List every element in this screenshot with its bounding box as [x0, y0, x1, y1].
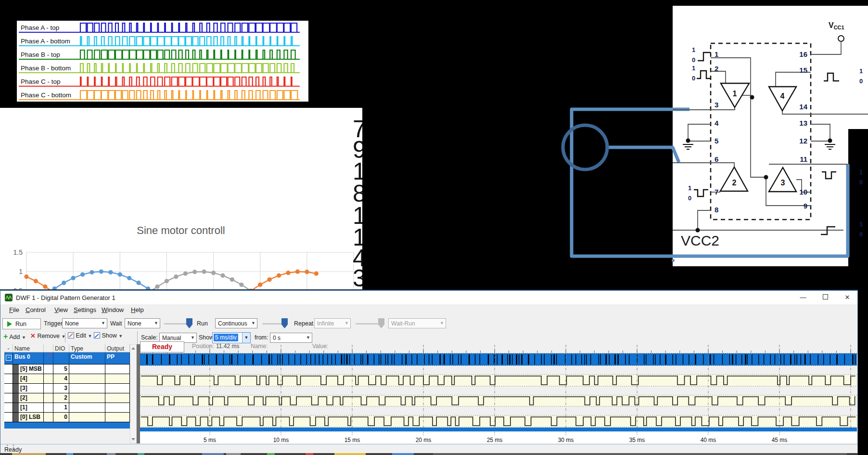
- resize-grip[interactable]: ⋮⋮: [4, 446, 9, 451]
- svg-text:1: 1: [19, 268, 23, 275]
- value-label: Value:: [312, 343, 328, 350]
- pwm-waveform-panel: Phase A - topPhase A - bottomPhase B - t…: [17, 21, 308, 102]
- taskbar-color-segment: [334, 453, 366, 455]
- svg-text:0: 0: [859, 179, 863, 186]
- show-button[interactable]: Show ▼: [94, 332, 123, 343]
- indent-block: [13, 364, 19, 374]
- menu-bar: File Control View Settings Window Help: [0, 304, 857, 316]
- circuit-diagram: 142312345678161514131211109VCC1VCC210101…: [553, 0, 868, 270]
- pwm-row-label: Phase B - top: [21, 51, 60, 58]
- clipped-digit: 8: [353, 182, 362, 205]
- svg-text:1.5: 1.5: [13, 248, 23, 256]
- svg-text:1: 1: [859, 221, 863, 228]
- svg-text:1: 1: [859, 67, 863, 75]
- chevron-down-icon: ▼: [191, 335, 195, 340]
- maximize-button[interactable]: [815, 291, 836, 304]
- run-mode-select[interactable]: Continuous▼: [215, 318, 257, 328]
- menu-control[interactable]: Control: [26, 306, 46, 313]
- svg-text:0: 0: [692, 75, 695, 82]
- minimize-button[interactable]: —: [792, 291, 814, 304]
- chevron-down-icon: ▼: [118, 334, 123, 338]
- wait-slider-handle[interactable]: [186, 318, 192, 328]
- menu-settings[interactable]: Settings: [74, 306, 96, 313]
- timeline-label: 10 ms: [273, 437, 289, 443]
- table-row-bit2[interactable]: [2] 2: [4, 393, 130, 403]
- timeline-label: 45 ms: [772, 437, 788, 443]
- run-toolbar: Run Trigger None▼ Wait None▼ Run Continu…: [0, 316, 857, 331]
- svg-text:11: 11: [800, 155, 807, 163]
- taskbar-color-segment: [226, 453, 241, 455]
- svg-text:1: 1: [715, 50, 718, 58]
- clipped-digit: 3: [353, 267, 362, 289]
- chevron-down-icon: ▼: [22, 335, 26, 340]
- waveforms-app-icon: [5, 294, 13, 301]
- svg-text:0: 0: [692, 56, 695, 64]
- chevron-down-icon: ▼: [251, 321, 255, 325]
- wait-slider[interactable]: [164, 323, 189, 325]
- wait-select[interactable]: None▼: [125, 318, 160, 328]
- repeat-select[interactable]: Infinite▼: [314, 318, 351, 328]
- taskbar-color-segment: [433, 453, 847, 455]
- pwm-row-label: Phase B - bottom: [21, 65, 71, 72]
- svg-text:12: 12: [799, 137, 807, 145]
- table-scrollbar[interactable]: [130, 344, 137, 443]
- maximize-icon: [823, 294, 828, 299]
- scroll-up-icon[interactable]: [131, 347, 135, 350]
- svg-text:7: 7: [715, 188, 718, 196]
- timeline-label: 25 ms: [487, 437, 503, 443]
- from-label: from:: [255, 334, 268, 341]
- scroll-down-icon[interactable]: [131, 438, 135, 441]
- table-row-bit1[interactable]: [1] 1: [4, 403, 130, 413]
- waveform-display[interactable]: 5 ms10 ms15 ms20 ms25 ms30 ms35 ms40 ms4…: [140, 340, 857, 444]
- collapse-icon[interactable]: [6, 355, 12, 361]
- table-selection-strip[interactable]: [4, 422, 130, 429]
- svg-text:0: 0: [688, 195, 691, 202]
- svg-text:16: 16: [799, 50, 807, 58]
- signal-table: - Name DIO Type Output Bus 0 Custom PP […: [4, 344, 130, 422]
- taskbar-color-segment: [267, 453, 275, 455]
- repeat-slider[interactable]: [356, 323, 380, 325]
- chevron-down-icon: ▼: [306, 335, 310, 340]
- wait-run-select[interactable]: Wait-Run▼: [388, 318, 446, 328]
- play-icon: [7, 321, 12, 327]
- trigger-select[interactable]: None▼: [62, 318, 107, 328]
- taskbar-color-segment: [138, 453, 144, 455]
- menu-help[interactable]: Help: [131, 306, 144, 313]
- pwm-row-label: Phase A - top: [21, 24, 59, 31]
- repeat-label: Repeat: [294, 320, 313, 327]
- run-button[interactable]: Run: [2, 318, 41, 329]
- indent-block: [13, 374, 19, 384]
- edit-icon: [68, 332, 74, 338]
- menu-view[interactable]: View: [54, 306, 68, 313]
- title-bar[interactable]: DWF 1 - Digital Pattern Generator 1 — ✕: [0, 291, 857, 304]
- run-slider[interactable]: [262, 323, 282, 325]
- svg-text:4: 4: [780, 92, 785, 100]
- panel-splitter[interactable]: [137, 344, 140, 443]
- run-slider-handle[interactable]: [281, 318, 288, 328]
- indent-block: [13, 384, 19, 393]
- indent-block: [13, 403, 19, 413]
- menu-file[interactable]: File: [9, 306, 19, 313]
- timeline-label: 40 ms: [701, 437, 716, 443]
- taskbar-color-segment: [107, 453, 115, 455]
- panel-separator: [137, 331, 138, 344]
- svg-text:0: 0: [859, 231, 863, 238]
- edit-button[interactable]: Edit ▼: [68, 332, 92, 343]
- taskbar-color-segment: [202, 453, 224, 455]
- table-row-bit4[interactable]: [4] 4: [4, 374, 130, 384]
- remove-button[interactable]: ✕ Remove ▼: [30, 332, 65, 343]
- table-row-bus0[interactable]: Bus 0 Custom PP: [4, 352, 130, 364]
- taskbar-color-segment: [66, 453, 73, 455]
- close-button[interactable]: ✕: [837, 291, 858, 304]
- svg-text:1: 1: [692, 46, 695, 53]
- table-row-bit0[interactable]: [0] LSB 0: [4, 413, 130, 422]
- indent-block: [13, 413, 19, 422]
- table-row-bit3[interactable]: [3] 3: [4, 384, 130, 393]
- add-button[interactable]: + Add ▼: [3, 332, 26, 343]
- menu-window[interactable]: Window: [102, 306, 124, 313]
- repeat-slider-handle[interactable]: [378, 318, 384, 328]
- timeline-label: 5 ms: [204, 437, 216, 443]
- table-row-bit5[interactable]: [5] MSB 5: [4, 364, 130, 374]
- svg-text:1: 1: [733, 90, 737, 98]
- pencil-icon[interactable]: [45, 353, 51, 360]
